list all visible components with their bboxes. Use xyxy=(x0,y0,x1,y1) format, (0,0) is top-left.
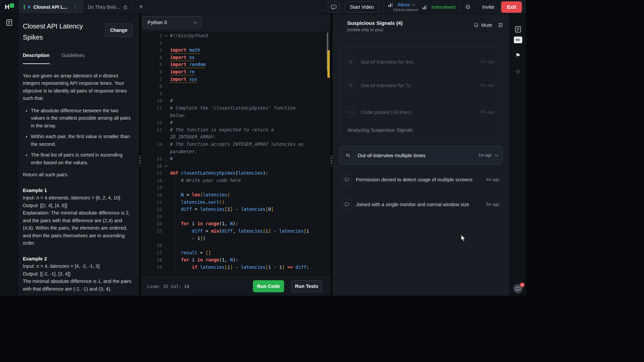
flag-icon[interactable]: ⚑ xyxy=(515,52,520,59)
code-line[interactable]: 11# Complete the 'closestLatencySpikes' … xyxy=(141,105,330,112)
fold-gutter xyxy=(162,148,170,156)
tab-do-they-belong[interactable]: Do They Belo... xyxy=(83,0,133,14)
topbar-actions: Start Video Alexa Click to observe Inter… xyxy=(328,0,526,14)
code-line[interactable]: 17def closestLatencySpikes(latencies): xyxy=(141,170,330,177)
exit-button[interactable]: Exit xyxy=(501,1,522,13)
tab-title: Do They Belo... xyxy=(88,4,120,10)
questions-list-icon[interactable] xyxy=(5,19,13,26)
code-line[interactable]: 6import re xyxy=(141,68,330,76)
add-tab-button[interactable]: + xyxy=(133,0,149,14)
code-line[interactable]: 7import sys xyxy=(141,76,330,83)
code-line[interactable]: parameter. xyxy=(141,148,330,156)
change-question-button[interactable]: Change xyxy=(105,23,132,37)
invite-button[interactable]: Invite xyxy=(480,4,497,10)
code-line[interactable]: 10# xyxy=(141,97,330,105)
list-item: The final list of pairs is sorted in asc… xyxy=(31,151,132,166)
line-number: 6 xyxy=(141,68,162,76)
code-text: - 1]) xyxy=(170,235,330,242)
line-number: 17 xyxy=(141,170,162,177)
settings-gear-icon[interactable]: ⚙ xyxy=(465,3,470,11)
participant-interviewer[interactable]: Interviewer xyxy=(423,4,456,9)
signal-row[interactable]: Permission denied to detect usage of mul… xyxy=(339,175,503,185)
line-number: 3 xyxy=(141,47,162,54)
language-value: Python 3 xyxy=(148,20,167,25)
code-line[interactable]: 23 xyxy=(141,213,330,221)
signal-row-active[interactable]: ⇆ Out-of-Interview multiple times 1m ago xyxy=(339,146,503,165)
example-1-output: Output: [[2, 4], [4, 6]] xyxy=(23,202,132,209)
line-number: 29 xyxy=(141,264,162,271)
participant-name: Alexa xyxy=(397,2,410,7)
code-line[interactable]: 2 xyxy=(141,40,330,47)
run-code-button[interactable]: Run Code xyxy=(253,280,284,292)
code-line[interactable]: 2D_INTEGER_ARRAY. xyxy=(141,133,330,141)
fold-chevron-icon[interactable] xyxy=(162,32,170,40)
code-line[interactable]: 16 xyxy=(141,163,330,170)
line-number xyxy=(141,133,162,141)
hackerrank-logo[interactable]: H xyxy=(0,0,19,14)
code-text: # Write your code here xyxy=(170,177,330,184)
input-output-icon[interactable]: I/O xyxy=(514,37,522,43)
help-chat-button[interactable]: 1 xyxy=(513,284,523,293)
code-line[interactable]: 12# xyxy=(141,119,330,126)
code-line[interactable]: 14# The function accepts INTEGER_ARRAY l… xyxy=(141,141,330,148)
diamond-icon[interactable]: ◇ xyxy=(516,68,520,74)
bell-icon xyxy=(474,22,479,28)
tab-guidelines[interactable]: Guidelines xyxy=(62,52,85,64)
code-line[interactable]: 15# xyxy=(141,155,330,163)
code-line[interactable]: 3import math xyxy=(141,47,330,54)
chevron-down-icon[interactable] xyxy=(495,153,498,157)
participant-alexa[interactable]: Alexa Click to observe xyxy=(388,2,418,12)
code-text xyxy=(170,40,330,47)
signal-row[interactable]: ⇆ Out-of-Interview for 44s 15s ago xyxy=(345,56,494,67)
code-line[interactable]: 27result = [] xyxy=(141,249,330,257)
line-number: 7 xyxy=(141,76,162,83)
code-line[interactable]: below. xyxy=(141,112,330,119)
tab-closest-api-latency[interactable]: A Closest API L... ⋮ xyxy=(19,0,83,14)
signal-row[interactable]: </> Code pasted (16 lines) 45s ago xyxy=(345,106,494,118)
run-tests-button[interactable]: Run Tests xyxy=(291,280,322,292)
code-line[interactable]: 8 xyxy=(141,83,330,90)
mute-button[interactable]: Mute xyxy=(474,22,492,28)
line-number: 16 xyxy=(141,163,162,170)
code-area[interactable]: 1#!/bin/python323import math4import os5i… xyxy=(141,31,330,277)
code-line[interactable]: - 1]) xyxy=(141,235,330,242)
code-line[interactable]: 22diff = latencies[1] - latencies[0] xyxy=(141,206,330,213)
code-line[interactable]: 20N = len(latencies) xyxy=(141,191,330,199)
chat-button[interactable] xyxy=(328,1,340,13)
signal-row[interactable]: ⇆ Out-of-Interview for 7s 41s ago xyxy=(345,79,494,91)
fold-gutter xyxy=(162,170,170,177)
chevron-down-icon xyxy=(412,2,415,6)
start-video-button[interactable]: Start Video xyxy=(344,1,379,13)
code-line[interactable]: 28for i in range(1, N): xyxy=(141,256,330,264)
tab-menu-kebab-icon[interactable]: ⋮ xyxy=(73,4,78,10)
code-line[interactable]: 18# Write your code here xyxy=(141,177,330,184)
code-line[interactable]: 5import random xyxy=(141,61,330,68)
code-text: diff = latencies[1] - latencies[0] xyxy=(170,206,330,213)
code-line[interactable]: 21latencies.sort() xyxy=(141,199,330,206)
fold-gutter xyxy=(162,105,170,112)
drag-grip-icon[interactable] xyxy=(140,156,141,166)
collapse-panel-icon[interactable] xyxy=(497,22,503,28)
code-line[interactable]: 13# The function is expected to return a xyxy=(141,126,330,134)
signal-time: 15s ago xyxy=(480,59,494,64)
code-line[interactable]: 4import os xyxy=(141,54,330,61)
fold-chevron-icon[interactable] xyxy=(162,163,170,170)
language-select[interactable]: Python 3 xyxy=(143,16,202,28)
code-line[interactable]: 1#!/bin/python3 xyxy=(141,32,330,40)
fold-gutter xyxy=(162,126,170,134)
indent-guide xyxy=(175,177,175,271)
tab-description[interactable]: Description xyxy=(23,52,50,64)
code-line[interactable]: 25diff = min(diff, latencies[i] - latenc… xyxy=(141,228,330,235)
drag-grip-icon[interactable] xyxy=(331,156,332,166)
mouse-cursor xyxy=(461,235,466,242)
questions-list-icon[interactable] xyxy=(514,25,522,33)
code-line[interactable]: 9 xyxy=(141,90,330,98)
fold-gutter xyxy=(162,119,170,126)
code-line[interactable]: 29if latencies[i] - latencies[i - 1] == … xyxy=(141,264,330,271)
code-line[interactable]: 24for i in range(1, N): xyxy=(141,220,330,228)
code-line[interactable]: 26 xyxy=(141,242,330,249)
signal-row[interactable]: Joined with a single monitor and normal … xyxy=(339,199,503,209)
signal-label: Code pasted (16 lines) xyxy=(361,109,412,115)
code-line[interactable]: 19 xyxy=(141,184,330,191)
line-number: 13 xyxy=(141,126,162,134)
